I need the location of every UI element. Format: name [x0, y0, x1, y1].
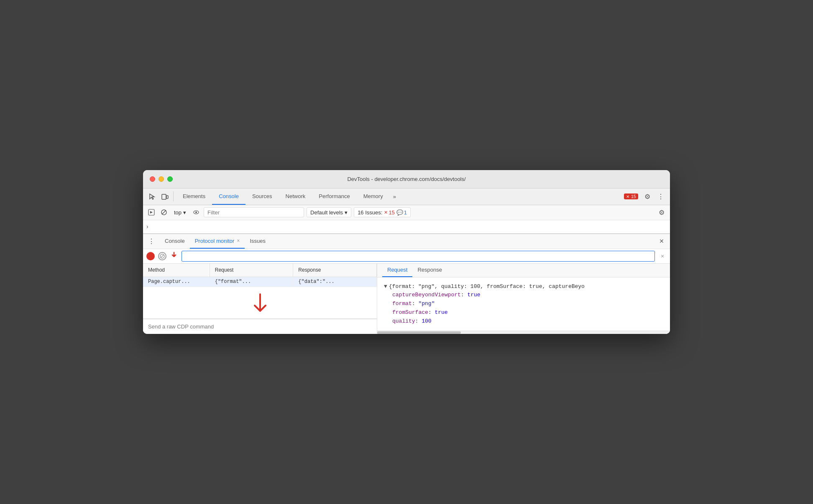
svg-rect-0: [162, 194, 166, 199]
detail-panel: Request Response ▼ {format: "png", quali…: [377, 264, 670, 334]
prompt-arrow[interactable]: ›: [146, 223, 148, 230]
json-field-quality: quality : 100: [392, 317, 663, 326]
error-x-icon: ✕: [626, 194, 629, 199]
tab-bar: Elements Console Sources Network Perform…: [176, 188, 623, 205]
toolbar-right: ✕ 15 ⚙ ⋮: [624, 191, 667, 202]
drawer-tab-issues[interactable]: Issues: [245, 234, 271, 249]
drawer-tab-protocol-monitor[interactable]: Protocol monitor ×: [190, 234, 245, 249]
cdp-command-input[interactable]: [148, 323, 372, 330]
devtools-toolbar: Elements Console Sources Network Perform…: [143, 188, 670, 205]
cell-request: {"format"...: [210, 277, 294, 287]
close-drawer-button[interactable]: ×: [657, 236, 667, 246]
window-title: DevTools - developer.chrome.com/docs/dev…: [347, 176, 465, 182]
table-body: Page.captur... {"format"... {"data":"...: [143, 277, 377, 319]
settings-button[interactable]: ⚙: [642, 191, 653, 202]
cell-response: {"data":"...: [293, 277, 377, 287]
svg-line-8: [161, 255, 164, 258]
context-selector[interactable]: top ▾: [171, 209, 189, 216]
console-toolbar: top ▾ Default levels ▾ 16 Issues: ✕ 15 💬…: [143, 205, 670, 220]
column-header-request: Request: [210, 264, 294, 277]
detail-tab-response[interactable]: Response: [412, 264, 447, 277]
close-button[interactable]: [150, 176, 155, 182]
record-button[interactable]: [146, 252, 155, 260]
close-protocol-monitor-tab[interactable]: ×: [237, 238, 240, 244]
horizontal-scrollbar[interactable]: [377, 331, 670, 334]
table-row[interactable]: Page.captur... {"format"... {"data":"...: [143, 277, 377, 287]
default-levels-label: Default levels: [310, 209, 343, 216]
minimize-button[interactable]: [159, 176, 164, 182]
traffic-lights: [150, 176, 173, 182]
console-settings-button[interactable]: ⚙: [657, 207, 667, 217]
detail-tab-request[interactable]: Request: [382, 264, 412, 277]
tab-console[interactable]: Console: [212, 188, 245, 205]
detail-tab-bar: Request Response: [377, 264, 670, 277]
cell-method: Page.captur...: [143, 277, 210, 287]
json-root-line[interactable]: ▼ {format: "png", quality: 100, fromSurf…: [384, 283, 663, 291]
tab-memory[interactable]: Memory: [357, 188, 390, 205]
context-dropdown-icon: ▾: [183, 209, 186, 216]
filter-input[interactable]: [204, 207, 304, 217]
issues-badge[interactable]: 16 Issues: ✕ 15 💬 1: [354, 207, 411, 217]
execute-button[interactable]: [146, 207, 156, 217]
inspect-element-button[interactable]: [146, 191, 158, 202]
issues-error-count: ✕ 15: [384, 209, 394, 216]
issues-label: 16 Issues:: [358, 209, 382, 216]
more-options-button[interactable]: ⋮: [655, 191, 667, 202]
table-header: Method Request Response: [143, 264, 377, 277]
table-panel: Method Request Response Page.captur...: [143, 264, 377, 334]
svg-point-6: [195, 211, 197, 213]
protocol-monitor-panel: screenshot × Method Request Respon: [143, 249, 670, 334]
monitor-split: Method Request Response Page.captur...: [143, 264, 670, 334]
search-input[interactable]: screenshot: [182, 251, 655, 262]
tab-performance[interactable]: Performance: [312, 188, 356, 205]
error-badge[interactable]: ✕ 15: [624, 193, 638, 199]
svg-rect-1: [166, 196, 168, 199]
drawer-menu-button[interactable]: ⋮: [146, 236, 156, 246]
maximize-button[interactable]: [167, 176, 173, 182]
json-field-fromSurface: fromSurface : true: [392, 308, 663, 317]
download-button[interactable]: [170, 251, 178, 261]
clear-console-button[interactable]: [159, 207, 169, 217]
eye-button[interactable]: [191, 207, 201, 217]
json-field-captureBeyondViewport: captureBeyondViewport : true: [392, 291, 663, 300]
toolbar-divider: [173, 191, 174, 201]
drawer-tab-bar: ⋮ Console Protocol monitor × Issues ×: [143, 234, 670, 249]
svg-line-4: [162, 210, 166, 214]
detail-content: ▼ {format: "png", quality: 100, fromSurf…: [377, 277, 670, 331]
levels-dropdown-icon: ▾: [345, 209, 348, 216]
title-bar: DevTools - developer.chrome.com/docs/dev…: [143, 170, 670, 188]
scrollbar-thumb[interactable]: [377, 331, 461, 334]
column-header-response: Response: [293, 264, 377, 277]
console-prompt-area: ›: [143, 220, 670, 234]
drawer-tab-console[interactable]: Console: [160, 234, 190, 249]
clear-log-button[interactable]: [158, 252, 166, 260]
tab-sources[interactable]: Sources: [245, 188, 279, 205]
json-toggle[interactable]: ▼: [384, 283, 387, 291]
more-tabs-button[interactable]: »: [390, 188, 399, 205]
issues-info-count: 💬 1: [396, 209, 407, 216]
tab-network[interactable]: Network: [279, 188, 312, 205]
default-levels-button[interactable]: Default levels ▾: [307, 207, 351, 217]
search-bar: screenshot ×: [143, 249, 670, 264]
tab-elements[interactable]: Elements: [176, 188, 212, 205]
json-body: captureBeyondViewport : true format : "p…: [384, 291, 663, 326]
context-label: top: [174, 209, 182, 216]
drawer: ⋮ Console Protocol monitor × Issues ×: [143, 234, 670, 334]
json-field-format: format : "png": [392, 300, 663, 308]
cdp-command-input-bar: [143, 319, 377, 334]
column-header-method: Method: [143, 264, 210, 277]
search-clear-button[interactable]: ×: [658, 252, 667, 260]
device-toggle-button[interactable]: [159, 191, 171, 202]
error-count: 15: [631, 194, 636, 199]
devtools-window: DevTools - developer.chrome.com/docs/dev…: [143, 170, 670, 334]
